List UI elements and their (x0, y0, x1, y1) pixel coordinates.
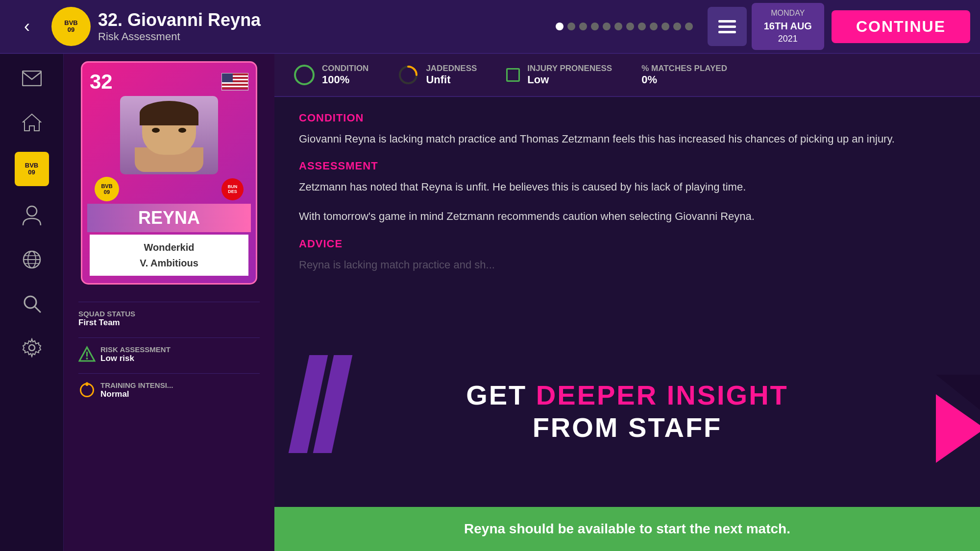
top-bar: ‹ BVB 09 32. Giovanni Reyna Risk Assessm… (0, 0, 980, 54)
advice-section: ADVICE Reyna is lacking match practice a… (299, 238, 956, 273)
svg-line-9 (35, 307, 40, 312)
jadedness-circle (398, 65, 418, 85)
condition-circle (294, 65, 315, 85)
availability-bar[interactable]: Reyna should be available to start the n… (274, 507, 980, 551)
dot-1[interactable] (556, 23, 564, 30)
dot-11[interactable] (673, 23, 681, 30)
insight-line2: FROM STAFF (372, 411, 882, 443)
card-header: 32 (90, 70, 248, 94)
continue-button[interactable]: CONTINUE (832, 10, 970, 43)
menu-line-1 (718, 20, 736, 23)
player-flag (221, 73, 248, 91)
dot-7[interactable] (626, 23, 634, 30)
sidebar-icon-home[interactable] (17, 108, 47, 137)
player-card-column: 32 (64, 54, 274, 551)
pink-decoration (936, 394, 980, 463)
training-intensity-item: TRAINING INTENSI... Normal (78, 381, 260, 399)
dot-5[interactable] (603, 23, 611, 30)
divider-1 (78, 302, 260, 302)
svg-point-13 (86, 358, 88, 359)
availability-text: Reyna should be available to start the n… (464, 521, 790, 537)
card-logos: BVB09 BUNDES (90, 177, 248, 201)
condition-stat: CONDITION 100% (294, 64, 368, 86)
main-container: BVB09 (0, 54, 980, 551)
card-player-name: REYNA (87, 204, 251, 232)
divider-2 (78, 337, 260, 338)
date-display: MONDAY 16TH AUG 2021 (752, 3, 824, 50)
dot-12[interactable] (685, 23, 693, 30)
condition-section: CONDITION Giovanni Reyna is lacking matc… (299, 112, 956, 147)
dot-4[interactable] (591, 23, 599, 30)
svg-marker-1 (23, 114, 41, 131)
assessment-title: ASSESSMENT (299, 160, 956, 172)
player-stats: SQUAD STATUS First Team RISK ASSESSMENT (71, 285, 267, 419)
svg-point-8 (24, 296, 36, 308)
assessment-section: ASSESSMENT Zetzmann has noted that Reyna… (299, 160, 956, 225)
assessment-text-2: With tomorrow's game in mind Zetzmann re… (299, 208, 956, 225)
advice-text: Reyna is lacking match practice and sh..… (299, 256, 956, 273)
sidebar-icon-person[interactable] (17, 201, 47, 230)
insight-line1: GET DEEPER INSIGHT (372, 379, 882, 411)
insight-highlight: DEEPER INSIGHT (536, 380, 788, 410)
svg-point-2 (27, 206, 37, 216)
training-icon (78, 382, 96, 399)
bundesliga-logo: BUNDES (221, 178, 244, 200)
menu-line-3 (718, 31, 736, 33)
divider-3 (78, 373, 260, 374)
condition-title: CONDITION (299, 112, 956, 124)
matches-stat: % MATCHES PLAYED 0% (641, 64, 727, 86)
stats-bar: CONDITION 100% JADEDNESS Unfit (274, 54, 980, 97)
page-subtitle: Risk Assessment (98, 30, 541, 43)
card-number: 32 (90, 70, 113, 94)
svg-point-10 (29, 345, 35, 351)
insight-overlay: GET DEEPER INSIGHT FROM STAFF (372, 379, 882, 443)
sidebar-icon-globe[interactable] (17, 245, 47, 274)
player-card: 32 (81, 61, 257, 285)
sidebar-icon-search[interactable] (17, 289, 47, 318)
squad-status-item: SQUAD STATUS First Team (78, 310, 260, 328)
dot-2[interactable] (567, 23, 575, 30)
risk-assessment-item: RISK ASSESSMENT Low risk (78, 345, 260, 363)
dot-8[interactable] (638, 23, 646, 30)
club-logo-top: BVB 09 (51, 7, 91, 46)
risk-icon (78, 346, 96, 363)
dot-3[interactable] (579, 23, 587, 30)
injury-stat: INJURY PRONENESS Low (506, 64, 612, 86)
card-tags: Wonderkid V. Ambitious (90, 235, 248, 276)
assessment-text-1: Zetzmann has noted that Reyna is unfit. … (299, 178, 956, 195)
advice-title: ADVICE (299, 238, 956, 250)
sidebar-icon-settings[interactable] (17, 333, 47, 362)
dot-9[interactable] (650, 23, 658, 30)
player-title: 32. Giovanni Reyna Risk Assessment (98, 10, 541, 43)
pagination-dots (556, 23, 693, 30)
menu-line-2 (718, 25, 736, 28)
svg-rect-0 (23, 71, 41, 86)
main-content: CONDITION 100% JADEDNESS Unfit (274, 54, 980, 551)
sidebar: BVB09 (0, 54, 64, 551)
sidebar-icon-mail[interactable] (17, 64, 47, 93)
dot-6[interactable] (614, 23, 622, 30)
diagonal-slashes (299, 355, 342, 453)
back-button[interactable]: ‹ (10, 9, 44, 44)
menu-button[interactable] (708, 7, 747, 46)
dot-10[interactable] (662, 23, 669, 30)
jadedness-stat: JADEDNESS Unfit (398, 64, 477, 86)
player-photo (120, 96, 218, 174)
injury-square (506, 68, 520, 82)
sidebar-club-logo[interactable]: BVB09 (15, 152, 49, 186)
card-club-logo: BVB09 (95, 177, 119, 201)
condition-text: Giovanni Reyna is lacking match practice… (299, 130, 956, 147)
player-name: 32. Giovanni Reyna (98, 10, 541, 30)
content-area: CONDITION Giovanni Reyna is lacking matc… (274, 97, 980, 507)
